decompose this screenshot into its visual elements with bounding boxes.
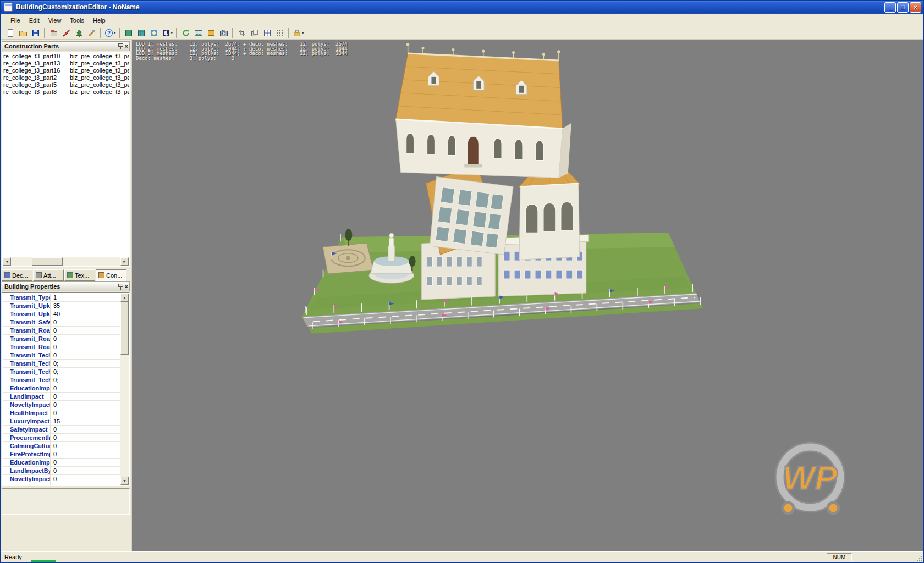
parts-list-row[interactable]: re_college_t3_part5biz_pre_college_t3_pa… <box>3 81 129 89</box>
construction-parts-title: Construction Parts <box>4 43 59 49</box>
minimize-button[interactable]: _ <box>884 2 896 13</box>
view-solid-button[interactable] <box>123 27 135 39</box>
property-row[interactable]: Transmit_Tech0; <box>3 360 120 368</box>
tab-textures[interactable]: Tex... <box>64 269 95 281</box>
property-row[interactable]: Transmit_Tech0; <box>3 368 120 376</box>
hscroll-track[interactable] <box>11 257 120 266</box>
show-grid-button[interactable] <box>261 27 273 39</box>
parts-list-row[interactable]: re_college_t3_part16biz_pre_college_t3_p… <box>3 67 129 74</box>
environment-icon <box>194 29 203 37</box>
menu-bar: FileEditViewToolsHelp <box>1 14 923 26</box>
maximize-button[interactable]: □ <box>897 2 909 13</box>
view-night-icon <box>162 29 170 37</box>
menu-view[interactable]: View <box>44 15 66 25</box>
show-geometry-button[interactable] <box>248 27 261 39</box>
property-row[interactable]: FireProtectImp0 <box>3 450 120 459</box>
textures-icon <box>67 272 73 278</box>
property-row[interactable]: HealthImpact0 <box>3 409 120 417</box>
menu-file[interactable]: File <box>6 15 25 25</box>
property-value: 0 <box>51 318 57 326</box>
property-row[interactable]: Transmit_Roa0 <box>3 327 120 335</box>
parts-list-row[interactable]: re_college_t3_part8biz_pre_college_t3_pa… <box>3 89 129 96</box>
menu-help[interactable]: Help <box>89 15 110 25</box>
scroll-right-button[interactable]: ► <box>120 257 129 266</box>
refresh-button[interactable] <box>179 27 192 39</box>
property-row[interactable]: Transmit_Roa0 <box>3 335 120 343</box>
view-textured-button[interactable] <box>135 27 148 39</box>
background-color-button[interactable] <box>205 27 217 39</box>
property-row[interactable]: Transmit_Tech0 <box>3 351 120 360</box>
view-lit-button[interactable] <box>148 27 161 39</box>
menu-tools[interactable]: Tools <box>65 15 89 25</box>
viewport-3d[interactable]: LOD 1: meshes: 12, polys: 2674; + deco: … <box>131 40 923 551</box>
vegetation-part-button[interactable] <box>73 27 85 39</box>
tab-decals[interactable]: Dec... <box>2 269 32 281</box>
panel-close-icon[interactable]: × <box>125 43 128 49</box>
show-bounds-button[interactable] <box>235 27 248 39</box>
view-night-button[interactable]: ▾ <box>161 27 174 39</box>
open-button[interactable] <box>16 27 29 39</box>
property-value: 0; <box>51 360 58 367</box>
help-button[interactable]: ?▾ <box>103 27 117 39</box>
property-row[interactable]: Transmit_Upke35 <box>3 302 120 310</box>
panel-close-icon[interactable]: × <box>125 283 128 290</box>
help-icon: ? <box>105 29 113 37</box>
scroll-down-button[interactable]: ▼ <box>120 477 129 485</box>
parts-list-row[interactable]: re_college_t3_part2biz_pre_college_t3_pa… <box>3 74 129 81</box>
dropdown-arrow-icon[interactable]: ▾ <box>171 31 173 35</box>
parts-hscrollbar[interactable]: ◄ ► <box>3 257 129 266</box>
decals-icon <box>4 272 10 278</box>
scroll-up-button[interactable]: ▲ <box>120 294 129 302</box>
property-row[interactable]: Transmit_Safe0 <box>3 318 120 327</box>
tab-attachments[interactable]: Att... <box>33 269 64 281</box>
property-value: 0 <box>51 384 57 392</box>
tab-label: Tex... <box>75 272 89 279</box>
property-row[interactable]: LandImpactBy0 <box>3 467 120 475</box>
dropdown-arrow-icon[interactable]: ▾ <box>302 31 304 35</box>
pin-icon[interactable] <box>118 283 123 290</box>
property-row[interactable]: EducationImpa0 <box>3 384 120 393</box>
build-tools-button[interactable] <box>85 27 98 39</box>
menu-edit[interactable]: Edit <box>25 15 44 25</box>
property-row[interactable]: Transmit_Roa0 <box>3 343 120 351</box>
building-properties-header: Building Properties × <box>2 282 130 291</box>
property-row[interactable]: CalmingCulture0 <box>3 442 120 450</box>
property-row[interactable]: Transmit_Tech0; <box>3 376 120 384</box>
hscroll-thumb[interactable] <box>32 257 63 266</box>
property-row[interactable]: EducationImpa0 <box>3 459 120 467</box>
property-grid[interactable]: Transmit_Type1Transmit_Upke35Transmit_Up… <box>3 294 120 485</box>
part-name: re_college_t3_part8 <box>3 89 69 96</box>
property-value: 0 <box>51 467 57 474</box>
property-row[interactable]: Transmit_Type1 <box>3 294 120 302</box>
tab-construction[interactable]: Con... <box>96 269 127 281</box>
paint-part-button[interactable] <box>60 27 73 39</box>
parts-list-row[interactable]: re_college_t3_part13biz_pre_college_t3_p… <box>3 60 129 67</box>
property-row[interactable]: Transmit_Upke40 <box>3 310 120 318</box>
properties-vscrollbar[interactable]: ▲ ▼ <box>120 294 129 485</box>
new-icon <box>6 29 15 37</box>
resize-grip[interactable] <box>916 555 923 562</box>
property-row[interactable]: LuxuryImpact15 <box>3 417 120 426</box>
property-row[interactable]: ProcurementIr0 <box>3 434 120 442</box>
parts-list[interactable]: re_college_t3_part10biz_pre_college_t3_p… <box>3 53 129 257</box>
pin-icon[interactable] <box>118 43 123 49</box>
environment-button[interactable] <box>192 27 205 39</box>
property-row[interactable]: LandImpact0 <box>3 393 120 401</box>
scroll-left-button[interactable]: ◄ <box>3 257 11 266</box>
new-button[interactable] <box>4 27 16 39</box>
title-bar[interactable]: BuildingCustomizationEditor - NoName _ □… <box>1 1 923 14</box>
vscroll-thumb[interactable] <box>120 302 129 355</box>
save-button[interactable] <box>29 27 42 39</box>
lock-button[interactable]: ▾ <box>292 27 305 39</box>
close-button[interactable]: × <box>910 2 921 13</box>
property-row[interactable]: NoveltyImpact0 <box>3 475 120 483</box>
property-row[interactable]: HealthImpact0 <box>3 483 120 485</box>
snap-grid-button[interactable] <box>273 27 286 39</box>
dropdown-arrow-icon[interactable]: ▾ <box>114 31 116 35</box>
property-row[interactable]: SafetyImpact0 <box>3 426 120 434</box>
screenshot-button[interactable] <box>217 27 230 39</box>
parts-list-row[interactable]: re_college_t3_part10biz_pre_college_t3_p… <box>3 53 129 60</box>
property-row[interactable]: NoveltyImpact0 <box>3 401 120 409</box>
view-lit-icon <box>150 29 158 37</box>
transform-part-button[interactable] <box>47 27 60 39</box>
